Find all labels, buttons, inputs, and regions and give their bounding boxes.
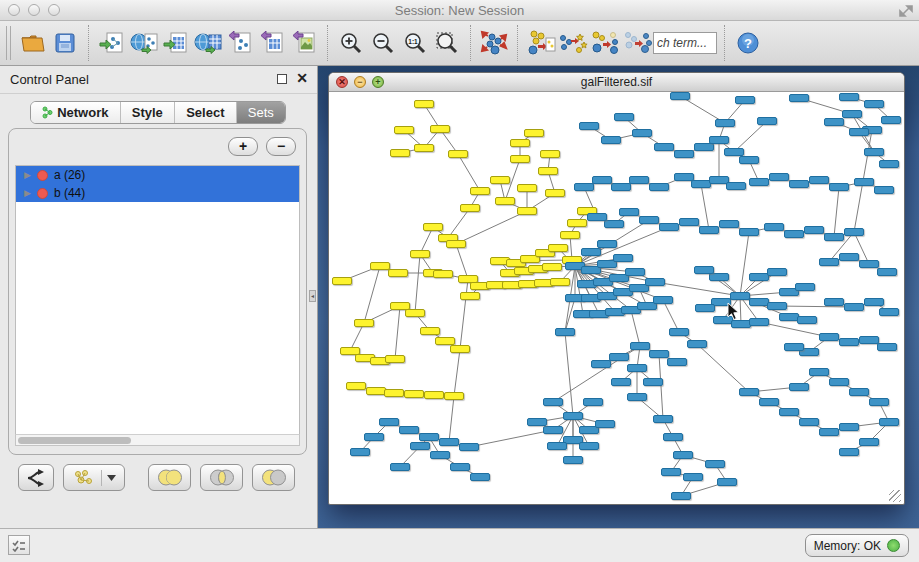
graph-node-blue[interactable] xyxy=(604,220,624,228)
graph-node-blue[interactable] xyxy=(667,358,687,366)
graph-node-blue[interactable] xyxy=(695,304,715,312)
create-set-from-network-button[interactable] xyxy=(63,464,125,491)
window-titlebar[interactable]: Session: New Session xyxy=(0,0,919,21)
graph-node-yellow[interactable] xyxy=(366,387,386,395)
graph-node-blue[interactable] xyxy=(609,353,629,361)
graph-node-yellow[interactable] xyxy=(414,100,434,108)
graph-node-blue[interactable] xyxy=(874,186,894,194)
graph-node-blue[interactable] xyxy=(439,438,459,446)
graph-node-blue[interactable] xyxy=(643,378,663,386)
graph-node-blue[interactable] xyxy=(639,216,659,224)
graph-node-blue[interactable] xyxy=(749,318,769,326)
graph-node-yellow[interactable] xyxy=(550,278,570,286)
graph-node-blue[interactable] xyxy=(824,233,844,241)
graph-node-yellow[interactable] xyxy=(510,139,530,147)
graph-node-blue[interactable] xyxy=(673,451,693,459)
graph-node-yellow[interactable] xyxy=(567,219,587,227)
graph-node-blue[interactable] xyxy=(749,178,769,186)
graph-node-yellow[interactable] xyxy=(384,389,404,397)
apply-preferred-layout-icon[interactable] xyxy=(478,25,510,61)
graph-node-yellow[interactable] xyxy=(433,270,453,278)
remove-set-button[interactable]: − xyxy=(266,137,296,156)
import-network-file-icon[interactable] xyxy=(96,25,128,61)
graph-node-yellow[interactable] xyxy=(460,292,480,300)
open-button[interactable] xyxy=(17,25,49,61)
graph-node-blue[interactable] xyxy=(767,268,787,276)
tab-sets[interactable]: Sets xyxy=(237,102,285,123)
horizontal-scrollbar[interactable] xyxy=(15,434,300,446)
graph-node-blue[interactable] xyxy=(864,100,884,108)
graph-node-yellow[interactable] xyxy=(420,327,440,335)
graph-node-blue[interactable] xyxy=(864,298,884,306)
new-network-selected-nodes-selected-edges-icon[interactable] xyxy=(621,25,653,61)
graph-node-blue[interactable] xyxy=(864,148,884,156)
graph-node-blue[interactable] xyxy=(699,226,719,234)
fullscreen-icon[interactable] xyxy=(899,4,913,18)
graph-node-blue[interactable] xyxy=(613,254,633,262)
graph-node-blue[interactable] xyxy=(687,340,707,348)
tab-select[interactable]: Select xyxy=(175,102,237,123)
graph-node-yellow[interactable] xyxy=(540,150,560,158)
graph-node-blue[interactable] xyxy=(709,273,729,281)
graph-node-blue[interactable] xyxy=(854,178,874,186)
graph-node-blue[interactable] xyxy=(579,122,599,130)
graph-node-blue[interactable] xyxy=(739,228,759,236)
graph-node-blue[interactable] xyxy=(839,253,859,261)
network-desktop[interactable]: ✕ − + galFiltered.sif xyxy=(318,66,919,528)
graph-node-blue[interactable] xyxy=(601,136,621,144)
graph-node-blue[interactable] xyxy=(663,433,683,441)
graph-node-yellow[interactable] xyxy=(405,309,425,317)
graph-node-yellow[interactable] xyxy=(410,250,430,258)
graph-node-yellow[interactable] xyxy=(460,204,480,212)
graph-node-blue[interactable] xyxy=(824,298,844,306)
zoom-selected-icon[interactable] xyxy=(431,25,463,61)
graph-node-blue[interactable] xyxy=(719,220,739,228)
graph-node-blue[interactable] xyxy=(705,460,725,468)
graph-node-blue[interactable] xyxy=(591,360,611,368)
graph-node-blue[interactable] xyxy=(779,408,799,416)
graph-node-blue[interactable] xyxy=(659,223,679,231)
graph-node-blue[interactable] xyxy=(849,388,869,396)
graph-node-blue[interactable] xyxy=(717,478,737,486)
graph-node-blue[interactable] xyxy=(679,218,699,226)
graph-node-yellow[interactable] xyxy=(517,207,537,215)
graph-node-blue[interactable] xyxy=(839,423,859,431)
graph-node-blue[interactable] xyxy=(839,448,859,456)
split-sets-button[interactable] xyxy=(18,464,54,491)
graph-node-yellow[interactable] xyxy=(542,263,562,271)
graph-node-blue[interactable] xyxy=(731,320,751,328)
graph-node-blue[interactable] xyxy=(789,383,809,391)
graph-node-blue[interactable] xyxy=(543,426,563,434)
graph-node-blue[interactable] xyxy=(804,226,824,234)
graph-node-blue[interactable] xyxy=(819,333,839,341)
graph-node-blue[interactable] xyxy=(555,328,575,336)
graph-node-blue[interactable] xyxy=(809,176,829,184)
graph-node-blue[interactable] xyxy=(587,213,607,221)
graph-node-yellow[interactable] xyxy=(548,244,568,252)
graph-node-blue[interactable] xyxy=(819,258,839,266)
graph-node-yellow[interactable] xyxy=(490,176,510,184)
graph-node-blue[interactable] xyxy=(645,278,665,286)
graph-node-blue[interactable] xyxy=(839,93,859,101)
graph-node-blue[interactable] xyxy=(627,364,647,372)
graph-node-blue[interactable] xyxy=(881,116,901,124)
graph-node-blue[interactable] xyxy=(450,463,470,471)
graph-node-blue[interactable] xyxy=(759,398,779,406)
graph-node-blue[interactable] xyxy=(859,438,879,446)
graph-node-blue[interactable] xyxy=(789,94,809,102)
graph-node-blue[interactable] xyxy=(819,428,839,436)
graph-node-blue[interactable] xyxy=(547,442,567,450)
graph-node-yellow[interactable] xyxy=(390,149,410,157)
graph-node-blue[interactable] xyxy=(879,160,899,168)
new-network-selected-nodes-all-edges-icon[interactable] xyxy=(589,25,621,61)
graph-node-blue[interactable] xyxy=(579,442,599,450)
graph-node-blue[interactable] xyxy=(671,492,691,500)
zoom-in-icon[interactable] xyxy=(335,25,367,61)
export-image-icon[interactable] xyxy=(288,25,320,61)
graph-node-blue[interactable] xyxy=(653,415,673,423)
graph-node-blue[interactable] xyxy=(735,96,755,104)
graph-node-blue[interactable] xyxy=(592,176,612,184)
zoom-fit-icon[interactable]: 1:1 xyxy=(399,25,431,61)
graph-node-blue[interactable] xyxy=(849,128,869,136)
float-panel-icon[interactable] xyxy=(277,74,287,84)
